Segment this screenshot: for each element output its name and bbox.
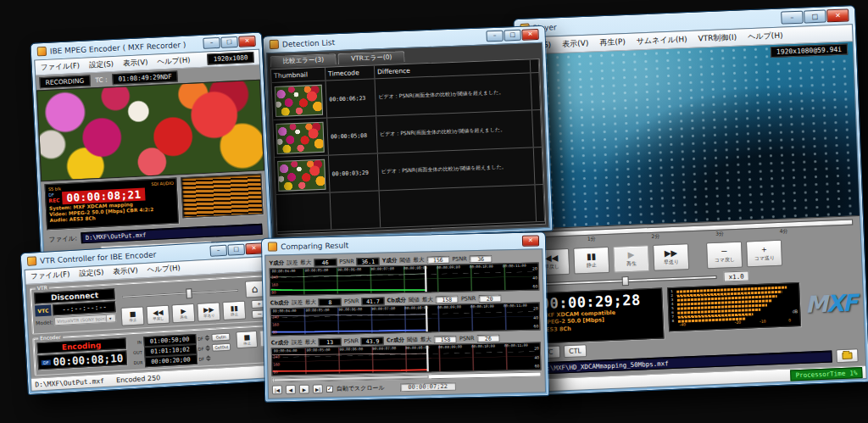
fast-forward-button[interactable]: ▶▶ 早送り bbox=[197, 302, 220, 321]
tab-compare-errors[interactable]: 比較エラー(3) bbox=[270, 53, 337, 67]
close-icon[interactable]: ✕ bbox=[238, 36, 256, 47]
open-file-button[interactable] bbox=[836, 348, 859, 363]
home-icon: ⌂ bbox=[251, 283, 258, 295]
vtc-timecode: --:--:--:-- bbox=[53, 301, 116, 315]
minimize-icon[interactable]: – bbox=[209, 245, 227, 257]
fast-forward-button[interactable]: ▶▶ 早送り bbox=[653, 243, 689, 271]
detection-app-icon bbox=[270, 40, 279, 49]
menu-playback[interactable]: 再生(P) bbox=[599, 36, 626, 48]
jog-slider[interactable] bbox=[122, 289, 239, 298]
minute-tick: 2分 bbox=[651, 233, 659, 241]
output-path-status: D:\MXF\OutPut.mxf bbox=[35, 377, 104, 389]
meter-scale-label: -10 bbox=[760, 320, 766, 324]
minimize-icon[interactable]: – bbox=[486, 31, 503, 42]
player-video-preview: 1920x1080@59.94i bbox=[519, 42, 860, 230]
folder-icon bbox=[842, 353, 852, 359]
df-chip: DF bbox=[42, 359, 51, 365]
menu-view[interactable]: 表示(V) bbox=[113, 266, 138, 278]
menu-vtr-control[interactable]: VTR制御(I) bbox=[698, 32, 737, 45]
source-timecode-badge: 01:08:49:29NDF bbox=[112, 70, 178, 85]
menu-thumbnail[interactable]: サムネイル(H) bbox=[637, 34, 687, 47]
speed-value: x1.0 bbox=[723, 270, 748, 281]
frame-back-button[interactable]: − コマ戻し bbox=[706, 242, 743, 270]
minimize-icon[interactable]: – bbox=[203, 37, 220, 49]
close-icon[interactable]: ✕ bbox=[826, 8, 849, 22]
recording-badge: RECORDING bbox=[39, 75, 90, 88]
pause-button[interactable]: ▮▮ 静止 bbox=[222, 301, 246, 320]
get-in-button[interactable]: GetIn bbox=[211, 333, 230, 342]
close-icon[interactable]: ✕ bbox=[522, 235, 539, 246]
spinner[interactable] bbox=[205, 345, 210, 351]
mxf-logo: MXF bbox=[804, 289, 856, 317]
cr-threshold-psnr[interactable]: 26 bbox=[476, 334, 499, 342]
frame-forward-button[interactable]: ＋ コマ送り bbox=[746, 240, 782, 268]
thumbnail-image bbox=[275, 84, 323, 116]
audio-level-meter: 12345678 -40-20-100 dB bbox=[667, 282, 801, 331]
rec-flag: REC bbox=[48, 198, 59, 203]
play-button[interactable]: ▶ 再生 bbox=[613, 245, 649, 273]
encode-stop-button[interactable]: ■ 停止 bbox=[236, 331, 258, 348]
pause-icon: ▮▮ bbox=[587, 252, 596, 262]
spinner[interactable] bbox=[205, 335, 210, 341]
player-controls: 1分2分3分4分 ◀◀ 早戻し ▮▮ 静止 ▶ 再生 bbox=[526, 216, 865, 379]
meter-bars: 12345678 bbox=[670, 285, 797, 323]
tab-vtr-errors[interactable]: VTRエラー(0) bbox=[338, 51, 405, 64]
prev-frame-button[interactable]: ◀ bbox=[286, 385, 296, 394]
next-frame-button[interactable]: ▶ bbox=[299, 385, 309, 394]
meter-scale-label: -40 bbox=[680, 322, 687, 326]
error-table: Thumbnail Timecode Difference 00:00:06;2… bbox=[270, 58, 546, 235]
comparing-timecode: 00:00:07;22 bbox=[400, 381, 456, 391]
thumbnail-image bbox=[277, 159, 326, 191]
stop-icon: ■ bbox=[129, 310, 136, 318]
menu-help[interactable]: ヘルプ(H) bbox=[147, 264, 181, 276]
menu-settings[interactable]: 設定(S) bbox=[89, 59, 114, 70]
autoscroll-checkbox[interactable]: ✓ bbox=[326, 385, 333, 392]
last-frame-button[interactable]: ▶| bbox=[313, 384, 323, 393]
detection-list-window: Detection List – □ ✕ 比較エラー(3) VTRエラー(0) … bbox=[262, 25, 553, 242]
duration-field[interactable]: 00:00:20;00 bbox=[144, 353, 198, 366]
cb-threshold-max[interactable]: 158 bbox=[436, 295, 459, 303]
minimize-icon[interactable]: – bbox=[781, 11, 804, 25]
jog-slider-thumb[interactable] bbox=[186, 288, 192, 298]
menu-help[interactable]: ヘルプ(H) bbox=[748, 31, 783, 43]
menu-view[interactable]: 表示(V) bbox=[123, 58, 148, 69]
cb-threshold-psnr[interactable]: 20 bbox=[478, 294, 501, 303]
play-button[interactable]: ▶ 再生 bbox=[171, 303, 195, 323]
db-label: dB bbox=[792, 309, 798, 314]
y-error-psnr: 36.1 bbox=[357, 257, 380, 265]
maximize-icon[interactable]: □ bbox=[504, 30, 520, 42]
vtr-app-icon bbox=[27, 256, 37, 266]
record-status-panel: SS blk SDI AUDIO DF REC 00:00:08;21 Syst… bbox=[44, 178, 179, 231]
pause-button[interactable]: ▮▮ 静止 bbox=[573, 247, 609, 275]
model-label: Model: bbox=[36, 319, 53, 326]
menu-file[interactable]: ファイル(F) bbox=[40, 61, 80, 73]
maximize-icon[interactable]: □ bbox=[227, 244, 245, 256]
speed-slider[interactable] bbox=[535, 276, 717, 287]
first-frame-button[interactable]: |◀ bbox=[272, 385, 282, 394]
rewind-button[interactable]: ◀◀ 早戻し bbox=[147, 305, 170, 325]
encoder-audio-meter bbox=[181, 174, 263, 219]
menu-help[interactable]: ヘルプ(H) bbox=[157, 55, 191, 67]
y-threshold-max[interactable]: 156 bbox=[426, 255, 449, 264]
stop-button[interactable]: ■ 停止 bbox=[121, 306, 145, 326]
close-icon[interactable]: ✕ bbox=[521, 29, 538, 41]
y-threshold-psnr[interactable]: 36 bbox=[470, 254, 492, 263]
menu-settings[interactable]: 設定(S) bbox=[79, 268, 104, 280]
autoscroll-label: 自動でスクロール bbox=[337, 383, 385, 392]
menu-file[interactable]: ファイル(F) bbox=[31, 270, 70, 282]
desktop: Player – □ ✕ 設定(S) 表示(V) 再生(P) サムネイル(H) … bbox=[0, 0, 868, 423]
menu-view[interactable]: 表示(V) bbox=[562, 38, 589, 50]
frame-back-icon: − bbox=[721, 246, 728, 256]
cr-threshold-max[interactable]: 158 bbox=[434, 335, 457, 343]
get-out-button[interactable]: GetOut bbox=[212, 343, 231, 352]
ctl-mode-button[interactable]: CTL bbox=[564, 344, 587, 358]
spinner[interactable] bbox=[206, 355, 211, 361]
speed-slider-thumb[interactable] bbox=[622, 276, 629, 286]
close-icon[interactable]: ✕ bbox=[245, 242, 263, 254]
tc-label: TC : bbox=[95, 75, 108, 84]
model-dropdown[interactable]: VirtualVTR (SONY 9pin) ▾ bbox=[54, 314, 117, 326]
meter-scale-label: 0 bbox=[788, 318, 791, 322]
maximize-icon[interactable]: □ bbox=[804, 9, 826, 23]
maximize-icon[interactable]: □ bbox=[220, 36, 238, 48]
cr-error-max: 13 bbox=[319, 337, 342, 346]
